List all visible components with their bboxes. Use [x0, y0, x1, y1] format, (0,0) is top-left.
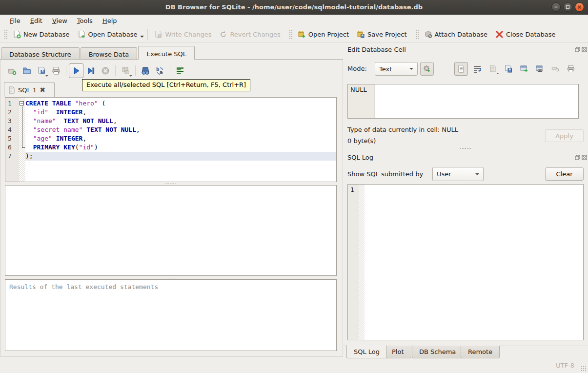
new-database-button[interactable]: New Database — [9, 28, 74, 41]
new-database-icon — [13, 30, 21, 39]
execute-tooltip: Execute all/selected SQL [Ctrl+Return, F… — [82, 79, 250, 91]
code-line[interactable]: 3 "name" TEXT NOT NULL, — [5, 117, 336, 125]
attach-database-label: Attach Database — [435, 31, 487, 38]
float-dock-button[interactable] — [575, 47, 580, 52]
cell-print-icon — [567, 64, 575, 73]
maximize-button[interactable] — [563, 2, 572, 12]
code-line[interactable]: 7); — [5, 152, 336, 161]
execute-current-line-button[interactable] — [83, 63, 98, 78]
open-file-icon — [22, 66, 32, 76]
bottom-tab-db-schema[interactable]: DB Schema — [412, 346, 463, 358]
window-controls — [551, 2, 584, 12]
bottom-tab-sql-log[interactable]: SQL Log — [346, 345, 387, 358]
cell-copy-link-button[interactable] — [533, 62, 547, 76]
find-button[interactable] — [138, 63, 153, 78]
resize-grip[interactable] — [581, 366, 587, 372]
open-database-button[interactable]: Open Database — [74, 28, 142, 41]
open-database-dropdown-caret-icon[interactable] — [140, 36, 144, 38]
code-text: ); — [25, 152, 336, 161]
open-sql-tab-button[interactable] — [5, 63, 20, 78]
find-replace-button[interactable]: b a — [153, 63, 167, 78]
minimize-button[interactable] — [551, 2, 561, 12]
results-message-panel[interactable]: Results of the last executed statements — [5, 279, 337, 351]
sql-log-dock-title: SQL Log — [347, 154, 373, 161]
open-sql-file-button[interactable] — [20, 63, 34, 78]
tab-execute-sql[interactable]: Execute SQL — [138, 46, 195, 60]
clear-log-button[interactable]: Clear — [545, 167, 584, 181]
mode-value: Text — [379, 65, 392, 73]
close-dock-button[interactable] — [582, 155, 587, 160]
close-database-button[interactable]: Close Database — [491, 28, 560, 41]
format-icon — [175, 66, 185, 76]
code-line[interactable]: 4 "secret_name" TEXT NOT NULL, — [5, 125, 336, 134]
code-line[interactable]: 5 "age" INTEGER, — [5, 134, 336, 143]
attach-database-button[interactable]: Attach Database — [420, 28, 491, 41]
sql-toolbar-separator — [66, 65, 66, 76]
code-line[interactable]: 2 "id" INTEGER, — [5, 108, 336, 117]
bottom-tab-remote[interactable]: Remote — [461, 346, 500, 358]
fold-margin-cell — [19, 152, 25, 161]
open-project-button[interactable]: Open Project — [294, 28, 353, 41]
cell-word-wrap-button[interactable] — [470, 62, 484, 76]
code-line[interactable]: 6 PRIMARY KEY("id") — [5, 143, 336, 152]
tab-browse-data[interactable]: Browse Data — [81, 47, 138, 60]
menu-help[interactable]: Help — [98, 16, 122, 25]
menu-tools[interactable]: Tools — [72, 16, 98, 25]
close-button[interactable] — [575, 2, 584, 12]
menu-edit[interactable]: Edit — [25, 16, 47, 25]
float-dock-button[interactable] — [575, 155, 580, 160]
cell-export-button[interactable] — [502, 62, 515, 76]
auto-apply-button[interactable] — [420, 62, 434, 76]
line-number: 5 — [5, 134, 19, 143]
cell-open-external-button[interactable] — [517, 62, 531, 76]
toolbar-drag-handle[interactable] — [3, 29, 7, 40]
format-sql-button[interactable] — [173, 63, 187, 78]
cell-text-mode-button[interactable] — [454, 62, 468, 76]
gear-apply-icon — [423, 64, 431, 73]
svg-text:b: b — [156, 67, 160, 72]
close-dock-icon — [582, 155, 587, 160]
save-sql-file-button[interactable] — [34, 63, 49, 78]
cell-type-info: Type of data currently in cell: NULL — [347, 126, 458, 133]
sql1-tab-close-icon[interactable]: ✖ — [40, 86, 45, 94]
save-results-caret-icon — [129, 75, 132, 77]
code-text: PRIMARY KEY("id") — [25, 143, 336, 152]
set-null-icon — [551, 64, 560, 73]
revert-changes-icon — [219, 30, 227, 39]
execute-line-icon — [86, 66, 96, 76]
code-line[interactable]: 1CREATE TABLE "hero" ( — [5, 99, 336, 108]
toolbar-drag-handle[interactable] — [288, 29, 292, 40]
close-dock-button[interactable] — [582, 47, 587, 52]
sql1-tab[interactable]: SQL 1 ✖ — [4, 82, 55, 97]
menu-file[interactable]: File — [5, 16, 25, 25]
print-icon — [51, 66, 61, 76]
results-grid-panel[interactable] — [5, 185, 337, 276]
toolbar-separator — [147, 29, 148, 40]
print-sql-button[interactable] — [49, 63, 63, 78]
sql-code-editor[interactable]: 1CREATE TABLE "hero" (2 "id" INTEGER,3 "… — [5, 97, 337, 182]
sql-log-filter-combobox[interactable]: User — [432, 167, 484, 181]
toolbar-drag-handle[interactable] — [415, 29, 419, 40]
cell-print-button[interactable] — [564, 62, 578, 76]
dock-splitter[interactable] — [347, 147, 584, 150]
sql1-tab-label: SQL 1 — [18, 86, 37, 94]
bottom-tab-plot[interactable]: Plot — [385, 346, 411, 358]
sql-document-icon — [8, 86, 15, 94]
execute-icon — [71, 66, 81, 76]
save-project-button[interactable]: Save Project — [353, 28, 411, 41]
fold-collapse-icon[interactable] — [19, 99, 25, 108]
menu-view[interactable]: View — [47, 16, 72, 25]
cell-value-editor[interactable]: NULL — [347, 84, 579, 119]
sql-log-filter-value: User — [437, 170, 451, 178]
sql-toolbar-separator — [170, 65, 170, 76]
mode-combobox[interactable]: Text — [375, 62, 418, 76]
open-database-icon — [78, 30, 86, 39]
write-changes-icon — [154, 30, 162, 39]
sql-log-view[interactable]: 1 — [347, 184, 584, 340]
code-text: "name" TEXT NOT NULL, — [25, 117, 336, 125]
edit-cell-dock-title: Edit Database Cell — [347, 46, 406, 53]
titlebar[interactable]: DB Browser for SQLite - /home/user/code/… — [0, 0, 588, 15]
execute-sql-button[interactable] — [69, 63, 83, 78]
tab-database-structure[interactable]: Database Structure — [1, 47, 80, 60]
main-tab-bar: Database Structure Browse Data Execute S… — [1, 46, 196, 60]
